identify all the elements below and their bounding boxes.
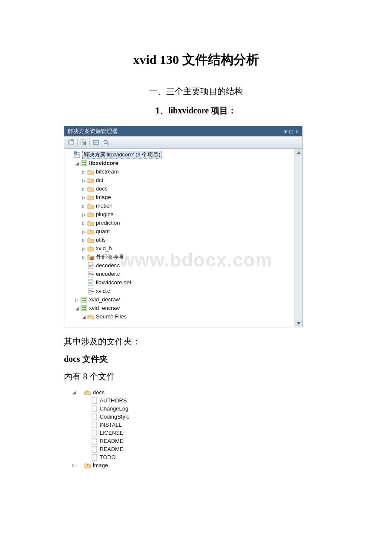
scroll-down-icon[interactable] — [295, 320, 302, 327]
svg-text:C++: C++ — [89, 289, 94, 293]
expander-closed-icon[interactable]: ▷ — [81, 229, 86, 234]
tree-folder[interactable]: ▷motion — [64, 202, 294, 210]
expander-closed-icon[interactable]: ▷ — [81, 204, 86, 208]
tree-file[interactable]: C++decoder.c — [64, 261, 294, 270]
folder-label: bitstream — [96, 168, 118, 175]
expander-closed-icon[interactable]: ▷ — [81, 178, 86, 183]
docs-file[interactable]: CodingStyle — [72, 413, 328, 421]
docs-file[interactable]: LICENSE — [72, 429, 328, 437]
source-files-folder[interactable]: ◢ Source Files — [64, 312, 294, 321]
docs-file-label: README — [100, 438, 124, 445]
panel-window-icon[interactable]: □ — [290, 128, 293, 135]
docs-file[interactable]: README — [72, 445, 328, 453]
expander-closed-icon[interactable]: ▷ — [81, 246, 86, 251]
tree-folder[interactable]: ▷docs — [64, 185, 294, 193]
docs-file[interactable]: ChangeLog — [72, 405, 328, 413]
expander-closed-icon[interactable]: ▷ — [81, 187, 86, 191]
svg-rect-33 — [82, 300, 84, 301]
solution-root[interactable]: 解决方案'libxvidcore' (3 个项目) — [64, 150, 294, 159]
folder-icon — [87, 245, 94, 252]
docs-file-label: README — [100, 446, 124, 453]
subsection-heading: 1、libxvidcore 项目： — [64, 105, 328, 116]
toolbar-properties-icon[interactable] — [67, 138, 75, 147]
svg-rect-8 — [94, 143, 95, 144]
svg-rect-40 — [92, 398, 97, 404]
expander-open-icon[interactable]: ◢ — [72, 390, 77, 395]
panel-titlebar: 解决方案资源管理器 ▾ □ × — [64, 126, 302, 136]
expander-open-icon[interactable]: ◢ — [81, 315, 86, 319]
expander-closed-icon[interactable]: ▷ — [81, 255, 86, 260]
project-icon — [81, 160, 87, 167]
expander-closed-icon[interactable]: ▷ — [75, 298, 80, 302]
cfile-icon: C++ — [87, 288, 94, 295]
docs-file[interactable]: AUTHORS — [72, 396, 328, 405]
svg-rect-45 — [92, 438, 97, 444]
docs-file-label: INSTALL — [100, 422, 122, 428]
file-icon — [91, 446, 98, 453]
toolbar-showall-icon[interactable] — [92, 138, 100, 147]
project-xvid-encraw[interactable]: ◢ xvid_encraw — [64, 304, 294, 312]
folder-open-icon — [87, 313, 94, 320]
cfile-icon: C++ — [87, 262, 94, 269]
expander-closed-icon[interactable]: ▷ — [81, 212, 86, 217]
docs-file[interactable]: TODO — [72, 453, 328, 461]
svg-line-11 — [107, 143, 109, 145]
solution-tree: www.bdocx.com 解决方案'libxvidcore' (3 个项目) … — [64, 148, 302, 327]
cfile-icon: C++ — [87, 271, 94, 278]
expander-closed-icon[interactable]: ▷ — [81, 221, 86, 225]
toolbar-refresh-icon[interactable] — [79, 138, 88, 147]
panel-menu-icon[interactable]: ▾ — [284, 128, 287, 135]
svg-rect-19 — [91, 257, 93, 260]
docs-folder-label: docs — [93, 389, 104, 396]
docs-file-label: CodingStyle — [100, 413, 130, 420]
expander-open-icon[interactable]: ◢ — [75, 306, 80, 311]
expander-closed-icon[interactable]: ▷ — [81, 238, 86, 243]
scroll-up-icon[interactable] — [295, 149, 302, 156]
svg-rect-39 — [84, 309, 86, 310]
svg-rect-18 — [84, 164, 86, 165]
expander-closed-icon[interactable]: ▷ — [81, 195, 86, 200]
paragraph-bold: docs 文件夹 — [64, 353, 328, 365]
docs-tree: ◢ docs AUTHORSChangeLogCodingStyleINSTAL… — [64, 388, 328, 469]
svg-rect-7 — [96, 141, 98, 142]
tree-file[interactable]: libxvidcore.def — [64, 278, 294, 287]
toolbar-view-icon[interactable] — [102, 138, 110, 147]
project-label: xvid_encraw — [89, 305, 120, 312]
tree-folder[interactable]: ▷bitstream — [64, 168, 294, 176]
docs-file[interactable]: INSTALL — [72, 421, 328, 429]
svg-point-4 — [84, 142, 86, 145]
file-icon — [91, 397, 98, 404]
file-label: libxvidcore.def — [96, 279, 131, 286]
image-folder[interactable]: ▷ image — [72, 461, 328, 469]
project-libxvidcore[interactable]: ◢ libxvidcore — [64, 159, 294, 168]
paragraph: 其中涉及的文件夹： — [64, 336, 328, 347]
svg-rect-17 — [82, 164, 84, 165]
docs-file-label: AUTHORS — [100, 397, 127, 404]
docs-file[interactable]: README — [72, 437, 328, 445]
docs-folder[interactable]: ◢ docs — [72, 388, 328, 396]
tree-file[interactable]: C++encoder.c — [64, 270, 294, 278]
svg-text:C++: C++ — [89, 272, 94, 276]
file-icon — [91, 413, 98, 420]
folder-label: motion — [96, 202, 112, 209]
expander-closed-icon[interactable]: ▷ — [81, 170, 86, 174]
tree-file[interactable]: C++xvid.c — [64, 287, 294, 295]
project-label: libxvidcore — [89, 160, 118, 167]
tree-folder[interactable]: ▷image — [64, 193, 294, 202]
tree-folder[interactable]: ▷utils — [64, 236, 294, 244]
tree-folder[interactable]: ▷xvid_h — [64, 244, 294, 253]
image-folder-label: image — [93, 462, 108, 469]
expander-closed-icon[interactable]: ▷ — [72, 463, 77, 468]
tree-folder[interactable]: ▷plugins — [64, 210, 294, 219]
tree-folder[interactable]: ▷quant — [64, 227, 294, 236]
project-xvid-decraw[interactable]: ▷ xvid_decraw — [64, 295, 294, 304]
tree-folder[interactable]: ▷prediction — [64, 219, 294, 227]
panel-close-icon[interactable]: × — [295, 128, 299, 135]
panel-title-text: 解决方案资源管理器 — [68, 127, 118, 135]
tree-folder[interactable]: ▷dct — [64, 176, 294, 185]
folder-label: xvid_h — [96, 245, 112, 252]
expander-open-icon[interactable]: ◢ — [75, 161, 80, 166]
svg-rect-15 — [82, 162, 84, 163]
scrollbar[interactable] — [294, 149, 302, 327]
external-deps[interactable]: ▷ 外部依赖项 — [64, 253, 294, 261]
